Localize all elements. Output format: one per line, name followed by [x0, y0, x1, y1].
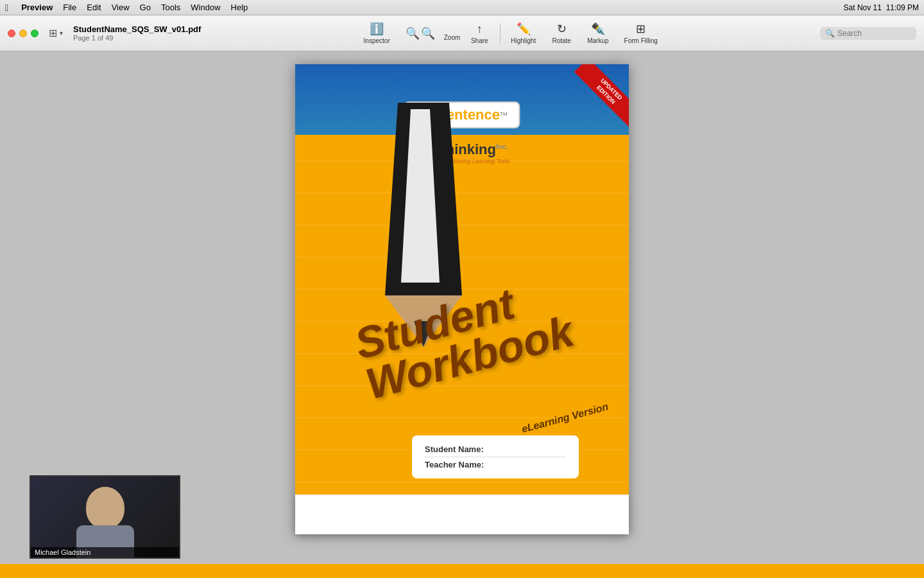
- inspector-label: Inspector: [364, 37, 390, 44]
- menu-tools[interactable]: Tools: [161, 3, 180, 12]
- toolbar-center: ℹ️ Inspector 🔍 🔍 Zoom ↑ Share ✏️ Highlig…: [201, 19, 820, 47]
- rotate-label: Rotate: [552, 37, 570, 44]
- cover-page: UPDATEDEDITION SQSentenceTM: [295, 64, 629, 495]
- toolbar-left: ⊞ ▾ StudentName_SQS_SW_v01.pdf Page 1 of…: [8, 24, 201, 42]
- search-input[interactable]: [837, 29, 911, 38]
- webcam-video: [31, 477, 179, 557]
- menu-help[interactable]: Help: [231, 3, 248, 12]
- toolbar-right: 🔍: [820, 27, 916, 40]
- menu-app-name[interactable]: Preview: [21, 3, 53, 12]
- ribbon: UPDATEDEDITION: [552, 64, 629, 135]
- webcam-overlay: Michael Gladstein: [30, 475, 180, 559]
- menu-bar-right: Sat Nov 11 11:09 PM: [844, 3, 919, 12]
- maximize-button[interactable]: [31, 30, 38, 37]
- elearning-text: eLearning Version: [520, 401, 610, 435]
- markup-label: Markup: [587, 37, 608, 44]
- menu-time: Sat Nov 11 11:09 PM: [844, 3, 919, 12]
- form-filling-button[interactable]: ⊞ Form Filling: [618, 19, 664, 47]
- toolbar-separator-1: [500, 24, 501, 43]
- main-content: UPDATEDEDITION SQSentenceTM: [0, 51, 924, 578]
- share-label: Share: [471, 37, 488, 44]
- zoom-button[interactable]: 🔍 🔍: [399, 24, 441, 43]
- search-box[interactable]: 🔍: [820, 27, 916, 40]
- share-button[interactable]: ↑ Share: [463, 20, 496, 47]
- logo-tm: TM: [500, 111, 508, 117]
- minimize-button[interactable]: [19, 30, 27, 37]
- zoom-out-icon[interactable]: 🔍: [421, 26, 435, 40]
- menu-bar:  Preview File Edit View Go Tools Window…: [0, 0, 924, 15]
- name-fields: Student Name: Teacher Name:: [412, 435, 579, 478]
- menu-go[interactable]: Go: [140, 3, 151, 12]
- inspector-button[interactable]: ℹ️ Inspector: [357, 19, 397, 47]
- person-figure: [54, 480, 157, 557]
- highlight-label: Highlight: [511, 37, 536, 44]
- menu-edit[interactable]: Edit: [87, 3, 101, 12]
- pdf-page-content: UPDATEDEDITION SQSentenceTM: [295, 64, 629, 534]
- search-icon: 🔍: [825, 29, 835, 38]
- teacher-name-field[interactable]: Teacher Name:: [425, 457, 566, 472]
- apple-menu[interactable]: : [5, 3, 8, 13]
- file-info: StudentName_SQS_SW_v01.pdf Page 1 of 49: [73, 24, 201, 42]
- bottom-bar: [0, 564, 924, 578]
- form-filling-icon: ⊞: [636, 22, 646, 36]
- zoom-in-icon[interactable]: 🔍: [406, 26, 420, 40]
- menu-window[interactable]: Window: [191, 3, 220, 12]
- traffic-lights: [8, 30, 38, 37]
- rotate-icon: ↻: [557, 22, 567, 36]
- highlight-icon: ✏️: [517, 22, 531, 36]
- next-page-preview: [295, 496, 629, 534]
- close-button[interactable]: [8, 30, 15, 37]
- file-name: StudentName_SQS_SW_v01.pdf: [73, 24, 201, 34]
- rotate-button[interactable]: ↻ Rotate: [545, 19, 578, 47]
- share-icon: ↑: [477, 22, 483, 36]
- highlight-button[interactable]: ✏️ Highlight: [504, 19, 542, 47]
- file-page: Page 1 of 49: [73, 34, 201, 42]
- menu-view[interactable]: View: [112, 3, 130, 12]
- form-filling-label: Form Filling: [624, 37, 658, 44]
- menu-file[interactable]: File: [63, 3, 76, 12]
- ribbon-text: UPDATEDEDITION: [574, 64, 629, 127]
- toolbar: ⊞ ▾ StudentName_SQS_SW_v01.pdf Page 1 of…: [0, 15, 924, 51]
- inc-text: Inc.: [496, 142, 508, 150]
- inspector-icon: ℹ️: [370, 22, 384, 36]
- student-name-field[interactable]: Student Name:: [425, 442, 566, 457]
- markup-button[interactable]: ✒️ Markup: [581, 19, 615, 47]
- person-head: [86, 487, 124, 529]
- webcam-name: Michael Gladstein: [31, 547, 179, 557]
- view-toggle[interactable]: ⊞ ▾: [49, 27, 63, 39]
- markup-icon: ✒️: [591, 22, 605, 36]
- pdf-page: UPDATEDEDITION SQSentenceTM: [295, 64, 629, 578]
- zoom-label: Zoom: [444, 34, 461, 41]
